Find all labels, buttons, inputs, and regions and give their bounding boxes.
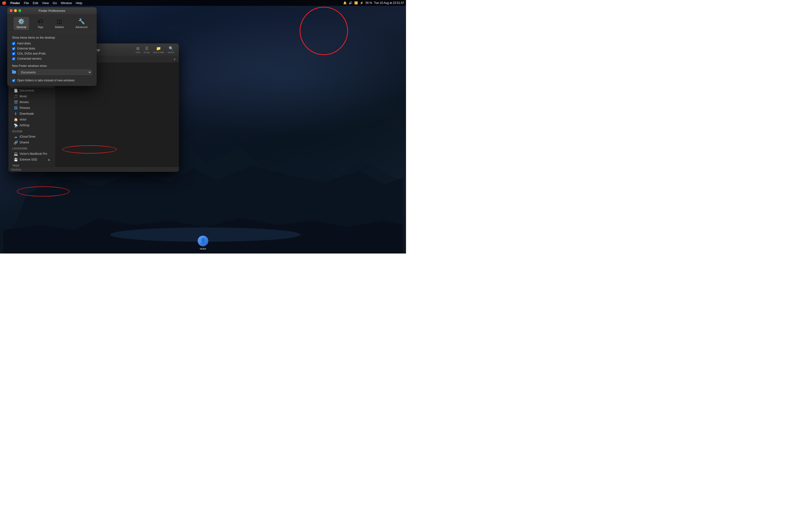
menu-go[interactable]: Go <box>53 1 57 5</box>
user-avatar: 👤 <box>198 236 208 246</box>
prefs-tab-advanced[interactable]: 🔧 Advanced <box>73 17 90 30</box>
sidebar-item-movies[interactable]: 🎬 Movies <box>10 99 54 105</box>
eject-icon[interactable]: ⏏ <box>48 158 50 161</box>
group-label: Group <box>144 51 150 54</box>
shared-label: Shared <box>19 141 50 144</box>
extreme-ssd-icon: 💾 <box>14 158 18 162</box>
menu-view[interactable]: View <box>42 1 49 5</box>
group-button[interactable]: ☰ Group <box>142 45 151 55</box>
external-disks-checkbox[interactable] <box>12 47 15 50</box>
sidebar-item-shared[interactable]: 🔗 Shared <box>10 139 54 145</box>
downloads-icon: ⬇ <box>14 112 18 116</box>
menubar: 🍎 Finder File Edit View Go Window Help 🔔… <box>0 0 406 6</box>
menubar-battery: 56 % <box>365 1 372 5</box>
search-icon: 🔍 <box>169 46 173 51</box>
cds-dvds-option: CDs, DVDs and iPods <box>12 52 92 55</box>
group-icon: ☰ <box>145 46 148 51</box>
macbook-label: Victor's MacBook Pro <box>19 152 50 156</box>
prefs-content: Show these items on the desktop: Hard di… <box>7 32 97 86</box>
close-button[interactable] <box>10 9 12 12</box>
search-button[interactable]: 🔍 Search <box>166 45 176 55</box>
advanced-icon: 🔧 <box>78 18 85 24</box>
extreme-ssd-label: Extreme SSD <box>19 158 37 161</box>
external-disks-option: External disks <box>12 47 92 50</box>
menu-edit[interactable]: Edit <box>33 1 38 5</box>
pictures-icon: 🖼 <box>14 106 18 110</box>
prefs-tab-advanced-label: Advanced <box>75 25 88 29</box>
menu-file[interactable]: File <box>24 1 29 5</box>
menubar-bluetooth: ⚡ <box>360 1 363 5</box>
menubar-volume: 🔊 <box>349 1 352 5</box>
add-location-button[interactable]: + <box>173 57 176 62</box>
tags-icon: 🏷 <box>38 18 43 24</box>
cds-dvds-label: CDs, DVDs and iPods <box>17 52 46 55</box>
finder-toolbar: ⊞ View ☰ Group 📁 New Folder 🔍 Search <box>134 45 176 55</box>
new-folder-label: New Folder <box>153 51 164 54</box>
menubar-left: 🍎 Finder File Edit View Go Window Help <box>2 1 82 5</box>
connected-servers-checkbox[interactable] <box>12 57 15 60</box>
minimize-button[interactable] <box>14 9 17 12</box>
shared-icon: 🔗 <box>14 140 18 145</box>
desktop-section-title: Show these items on the desktop: <box>12 36 92 39</box>
macbook-icon: 💻 <box>14 152 18 156</box>
movies-icon: 🎬 <box>14 100 18 104</box>
prefs-titlebar: Finder Preferences <box>7 7 97 14</box>
menu-help[interactable]: Help <box>76 1 83 5</box>
airdrop-icon: 📡 <box>14 123 18 127</box>
sidebar-item-downloads[interactable]: ⬇ Downloads <box>10 111 54 117</box>
victor-home-icon: 🏠 <box>14 118 18 121</box>
bottom-bar-status: Desktop <box>11 168 21 171</box>
maximize-button[interactable] <box>18 9 21 12</box>
menubar-clock: Tue 10 Aug at 22:51:47 <box>374 1 404 5</box>
music-icon: 🎵 <box>14 95 18 98</box>
downloads-label: Downloads <box>19 112 50 115</box>
documents-icon: 📄 <box>14 89 18 93</box>
view-label: View <box>136 51 140 54</box>
prefs-tab-sidebar[interactable]: ◫ Sidebar <box>52 17 67 30</box>
hard-disks-checkbox[interactable] <box>12 42 15 45</box>
sidebar-item-icloud-drive[interactable]: ☁ iCloud Drive <box>10 134 54 139</box>
prefs-tab-general-label: General <box>16 25 26 29</box>
open-in-tabs-label: Open folders in tabs instead of new wind… <box>17 79 74 82</box>
icloud-section-title: iCloud <box>8 128 55 134</box>
sidebar-item-victor[interactable]: 🏠 victor <box>10 117 54 122</box>
open-in-tabs-option: Open folders in tabs instead of new wind… <box>12 79 92 82</box>
external-disks-label: External disks <box>17 47 35 50</box>
menubar-right: 🔔 🔊 📶 ⚡ 56 % Tue 10 Aug at 22:51:47 <box>343 1 404 5</box>
icloud-drive-label: iCloud Drive <box>19 135 50 138</box>
locations-section-title: Locations <box>8 145 55 151</box>
traffic-lights <box>10 9 21 12</box>
sidebar-item-documents[interactable]: 📄 Documents <box>10 88 54 94</box>
apple-logo[interactable]: 🍎 <box>2 1 6 5</box>
hard-disks-option: Hard disks <box>12 42 92 45</box>
prefs-tab-tags-label: Tags <box>38 25 43 29</box>
app-name[interactable]: Finder <box>10 1 20 5</box>
tags-section-title: Tags <box>8 163 55 167</box>
sidebar-item-extreme-ssd[interactable]: 💾 Extreme SSD ⏏ <box>10 157 54 163</box>
view-button[interactable]: ⊞ View <box>134 45 142 55</box>
victor-label: victor <box>19 118 50 121</box>
new-window-select[interactable]: Documents Desktop Home Downloads <box>18 69 92 75</box>
sidebar-item-airdrop[interactable]: 📡 AirDrop <box>10 122 54 128</box>
cds-dvds-checkbox[interactable] <box>12 52 15 55</box>
menubar-wifi: 📶 <box>354 1 358 5</box>
movies-label: Movies <box>19 101 50 104</box>
connected-servers-option: Connected servers <box>12 57 92 60</box>
sidebar-item-music[interactable]: 🎵 Music <box>10 94 54 99</box>
prefs-tab-general[interactable]: ⚙️ General <box>13 17 29 30</box>
menu-window[interactable]: Window <box>61 1 72 5</box>
folder-icon <box>12 71 16 74</box>
prefs-title: Finder Preferences <box>39 9 65 12</box>
general-icon: ⚙️ <box>18 18 24 24</box>
sidebar-item-pictures[interactable]: 🖼 Pictures <box>10 105 54 111</box>
svg-rect-4 <box>182 225 229 226</box>
icloud-drive-icon: ☁ <box>14 135 18 138</box>
open-in-tabs-checkbox[interactable] <box>12 79 15 82</box>
view-icon: ⊞ <box>136 46 140 51</box>
pictures-label: Pictures <box>19 106 50 110</box>
sidebar-item-macbook[interactable]: 💻 Victor's MacBook Pro <box>10 151 54 157</box>
prefs-tab-tags[interactable]: 🏷 Tags <box>35 17 46 30</box>
airdrop-label: AirDrop <box>19 124 50 127</box>
finder-preferences-window: Finder Preferences ⚙️ General 🏷 Tags ◫ S… <box>7 7 97 86</box>
new-folder-button[interactable]: 📁 New Folder <box>152 45 165 55</box>
